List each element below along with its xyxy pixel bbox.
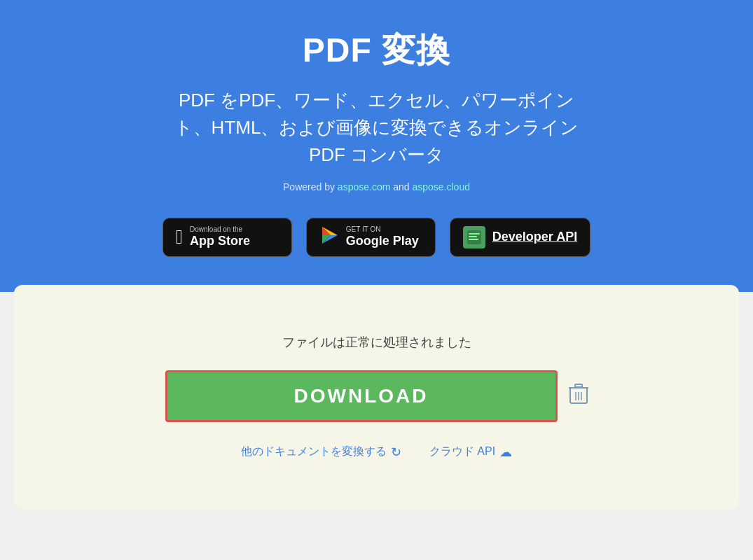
cloud-api-text: クラウド API [429, 444, 495, 459]
app-store-button[interactable]:  Download on the App Store [163, 218, 292, 257]
app-store-small-text: Download on the [190, 225, 250, 234]
cloud-api-link[interactable]: クラウド API ☁ [429, 444, 512, 460]
download-row: DOWNLOAD [165, 370, 588, 422]
convert-another-text: 他のドキュメントを変換する [241, 444, 387, 459]
footer-links: 他のドキュメントを変換する ↻ クラウド API ☁ [241, 444, 512, 460]
svg-rect-8 [469, 239, 478, 240]
status-text: ファイルは正常に処理されました [282, 334, 471, 351]
apple-icon:  [176, 227, 183, 247]
convert-another-link[interactable]: 他のドキュメントを変換する ↻ [241, 444, 401, 460]
app-store-big-text: App Store [190, 234, 250, 249]
svg-rect-10 [575, 384, 582, 387]
developer-api-button[interactable]: Developer API [450, 218, 590, 257]
page-title: PDF 変換 [14, 28, 739, 73]
download-button[interactable]: DOWNLOAD [165, 370, 558, 422]
header-section: PDF 変換 PDF をPDF、ワード、エクセル、パワーポイント、HTML、およ… [0, 0, 753, 292]
svg-rect-7 [469, 236, 477, 237]
google-play-icon [319, 225, 339, 248]
page-subtitle: PDF をPDF、ワード、エクセル、パワーポイント、HTML、および画像に変換で… [14, 87, 739, 169]
refresh-icon: ↻ [391, 444, 401, 460]
svg-rect-6 [469, 233, 480, 234]
api-icon [463, 226, 485, 248]
powered-by: Powered by aspose.com and aspose.cloud [14, 181, 739, 192]
aspose-com-link[interactable]: aspose.com [338, 181, 390, 192]
aspose-cloud-link[interactable]: aspose.cloud [412, 181, 470, 192]
google-play-button[interactable]: GET IT ON Google Play [306, 218, 436, 257]
cloud-icon: ☁ [499, 444, 512, 460]
store-buttons-row:  Download on the App Store GET IT ON Go… [14, 218, 739, 257]
google-play-small-text: GET IT ON [346, 225, 419, 234]
google-play-big-text: Google Play [346, 234, 419, 249]
main-section: ファイルは正常に処理されました DOWNLOAD 他のドキュメントを変換する ↻… [14, 285, 739, 509]
developer-api-label: Developer API [492, 230, 577, 245]
trash-icon[interactable] [569, 382, 588, 410]
